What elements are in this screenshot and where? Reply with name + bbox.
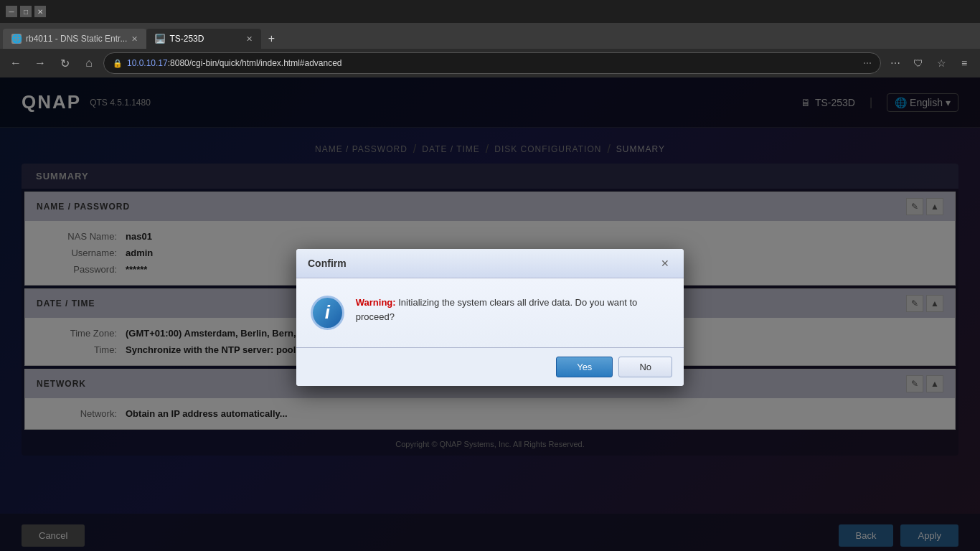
tab-favicon-qnap: 🖥️	[155, 34, 165, 44]
address-bar[interactable]: 🔒 10.0.10.17:8080/cgi-bin/quick/html/ind…	[103, 52, 881, 74]
extensions-button[interactable]: ⋯	[885, 53, 905, 73]
tab-label-dns: rb4011 - DNS Static Entr...	[26, 34, 127, 44]
window-controls: ─ □ ✕	[6, 6, 46, 17]
tab-close-dns[interactable]: ✕	[131, 34, 138, 44]
qnap-app: QNAP QTS 4.5.1.1480 🖥 TS-253D | 🌐 Englis…	[0, 77, 980, 551]
modal-warning-label: Warning:	[356, 297, 396, 308]
tab-dns[interactable]: 🌐 rb4011 - DNS Static Entr... ✕	[3, 29, 146, 49]
tab-bar: 🌐 rb4011 - DNS Static Entr... ✕ 🖥️ TS-25…	[0, 23, 980, 49]
address-path: :8080/cgi-bin/quick/html/index.html#adva…	[168, 58, 342, 68]
address-text: 10.0.10.17:8080/cgi-bin/quick/html/index…	[127, 58, 859, 68]
address-ip: 10.0.10.17	[127, 58, 168, 68]
modal-body: i Warning: Initializing the system clear…	[296, 278, 684, 347]
back-nav-button[interactable]: ←	[6, 53, 26, 73]
tab-label-qnap: TS-253D	[169, 34, 204, 44]
modal-header: Confirm ✕	[296, 249, 684, 278]
title-bar: ─ □ ✕	[0, 0, 980, 23]
modal-message-body: Initializing the system clears all drive…	[356, 297, 638, 323]
modal-message: Warning: Initializing the system clears …	[356, 296, 669, 326]
tab-favicon-dns: 🌐	[11, 34, 22, 44]
modal-footer: Yes No	[296, 347, 684, 386]
modal-yes-button[interactable]: Yes	[556, 357, 613, 377]
shield-icon[interactable]: 🛡	[908, 53, 928, 73]
modal-title: Confirm	[308, 258, 347, 269]
close-button[interactable]: ✕	[34, 6, 46, 17]
tab-qnap[interactable]: 🖥️ TS-253D ✕	[146, 29, 261, 49]
nav-extras: ⋯ 🛡 ☆ ≡	[885, 53, 974, 73]
maximize-button[interactable]: □	[20, 6, 32, 17]
modal-no-button[interactable]: No	[618, 357, 672, 377]
home-button[interactable]: ⌂	[79, 53, 99, 73]
minimize-button[interactable]: ─	[6, 6, 17, 17]
browser-chrome: ─ □ ✕ 🌐 rb4011 - DNS Static Entr... ✕ 🖥️…	[0, 0, 980, 77]
bookmark-button[interactable]: ☆	[931, 53, 951, 73]
nav-bar: ← → ↻ ⌂ 🔒 10.0.10.17:8080/cgi-bin/quick/…	[0, 49, 980, 77]
modal-close-button[interactable]: ✕	[658, 256, 672, 270]
reload-button[interactable]: ↻	[55, 53, 75, 73]
forward-nav-button[interactable]: →	[30, 53, 50, 73]
menu-button[interactable]: ≡	[954, 53, 974, 73]
tab-close-qnap[interactable]: ✕	[246, 34, 253, 44]
modal-overlay[interactable]: Confirm ✕ i Warning: Initializing the sy…	[0, 77, 980, 551]
new-tab-button[interactable]: +	[261, 29, 281, 49]
confirm-modal: Confirm ✕ i Warning: Initializing the sy…	[296, 249, 684, 386]
info-icon: i	[311, 296, 344, 330]
